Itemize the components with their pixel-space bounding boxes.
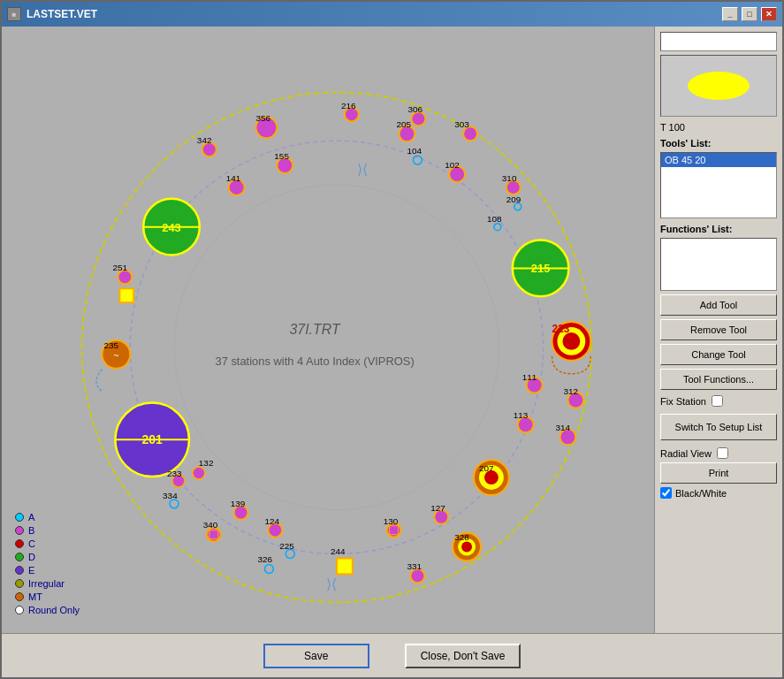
svg-text:233: 233: [167, 469, 182, 478]
svg-text:225: 225: [279, 541, 294, 551]
svg-text:303: 303: [454, 119, 469, 129]
svg-text:342: 342: [197, 135, 212, 145]
svg-text:251: 251: [112, 263, 127, 272]
legend-item-b: B: [15, 525, 80, 536]
radial-view-row: Radial View: [660, 447, 777, 459]
legend: A B C D E: [15, 512, 80, 615]
svg-rect-81: [337, 558, 353, 574]
title-bar: ■ LASTSET.VET _ □ ✕: [2, 2, 782, 27]
switch-to-setup-button[interactable]: Switch To Setup List: [660, 414, 777, 440]
svg-text:209: 209: [506, 195, 521, 204]
title-bar-buttons: _ □ ✕: [722, 7, 777, 21]
svg-text:205: 205: [397, 119, 412, 129]
functions-list[interactable]: [660, 238, 777, 291]
svg-text:102: 102: [445, 160, 460, 170]
change-tool-button[interactable]: Change Tool: [660, 344, 777, 365]
svg-rect-40: [119, 288, 133, 302]
radial-view-checkbox[interactable]: [717, 447, 728, 459]
svg-point-31: [514, 203, 521, 210]
svg-text:124: 124: [264, 516, 279, 526]
svg-text:113: 113: [514, 410, 529, 420]
svg-point-67: [170, 500, 179, 508]
search-input[interactable]: [660, 32, 777, 51]
svg-point-61: [193, 467, 205, 479]
window-title: LASTSET.VET: [27, 8, 97, 20]
bw-label: Black/White: [675, 488, 727, 499]
legend-item-c: C: [15, 538, 80, 549]
bw-checkbox[interactable]: [660, 487, 672, 499]
save-button[interactable]: Save: [263, 644, 369, 668]
svg-point-92: [461, 542, 472, 553]
svg-text:334: 334: [163, 491, 178, 500]
print-button[interactable]: Print: [660, 462, 777, 484]
svg-point-33: [494, 224, 501, 231]
svg-text:312: 312: [563, 386, 578, 396]
svg-rect-84: [390, 526, 399, 535]
svg-text:216: 216: [341, 101, 356, 111]
functions-list-label: Functions' List:: [660, 224, 777, 234]
svg-text:328: 328: [454, 532, 469, 542]
legend-item-mt: MT: [15, 591, 80, 602]
close-button[interactable]: ✕: [761, 7, 777, 21]
svg-text:310: 310: [502, 173, 517, 183]
svg-text:155: 155: [274, 151, 289, 161]
svg-text:331: 331: [407, 561, 422, 571]
svg-text:⟩⟨: ⟩⟨: [326, 576, 337, 591]
svg-text:130: 130: [384, 516, 399, 526]
svg-text:37I.TRT: 37I.TRT: [290, 322, 341, 337]
station-diagram: 37I.TRT 37 stations with 4 Auto Index (V…: [2, 27, 654, 633]
legend-item-d: D: [15, 552, 80, 562]
svg-text:223: 223: [552, 323, 570, 335]
main-canvas[interactable]: 37I.TRT 37 stations with 4 Auto Index (V…: [2, 27, 654, 633]
svg-text:127: 127: [430, 503, 445, 513]
fix-station-row: Fix Station: [660, 395, 777, 407]
bottom-bar: Save Close, Don't Save: [2, 633, 782, 677]
svg-text:244: 244: [331, 546, 346, 556]
add-tool-button[interactable]: Add Tool: [660, 294, 777, 316]
legend-item-e: E: [15, 565, 80, 576]
tools-list-item[interactable]: OB 45 20: [661, 153, 776, 167]
content-area: 37I.TRT 37 stations with 4 Auto Index (V…: [2, 27, 782, 633]
svg-text:356: 356: [255, 113, 270, 123]
svg-text:314: 314: [555, 423, 570, 432]
svg-rect-72: [209, 530, 218, 539]
tool-shape: [688, 72, 750, 100]
tool-preview: [660, 55, 777, 117]
svg-text:37 stations with 4 Auto Index : 37 stations with 4 Auto Index (VIPROS): [215, 355, 414, 368]
tool-name-label: T 100: [660, 122, 777, 133]
legend-item-round-only: Round Only: [15, 605, 80, 615]
svg-text:326: 326: [257, 554, 272, 564]
svg-point-76: [285, 550, 294, 559]
tools-list-label: Tools' List:: [660, 138, 777, 149]
radial-view-label: Radial View: [660, 448, 712, 459]
svg-text:~: ~: [113, 350, 118, 361]
svg-text:141: 141: [226, 173, 241, 183]
tools-list[interactable]: OB 45 20: [660, 152, 777, 218]
legend-item-a: A: [15, 512, 80, 523]
bw-row: Black/White: [660, 487, 777, 499]
svg-text:⟩⟨: ⟩⟨: [357, 162, 368, 177]
remove-tool-button[interactable]: Remove Tool: [660, 319, 777, 340]
close-dont-save-button[interactable]: Close, Don't Save: [405, 644, 521, 668]
svg-text:111: 111: [522, 372, 537, 382]
fix-station-label: Fix Station: [660, 396, 706, 407]
tool-functions-button[interactable]: Tool Functions...: [660, 369, 777, 390]
svg-text:108: 108: [487, 214, 502, 224]
legend-item-irregular: Irregular: [15, 578, 80, 589]
svg-text:104: 104: [407, 146, 422, 156]
svg-text:235: 235: [103, 340, 118, 350]
fix-station-checkbox[interactable]: [712, 395, 723, 407]
main-window: ■ LASTSET.VET _ □ ✕ 37I.TRT 37 stations …: [0, 0, 784, 679]
svg-point-2: [174, 185, 499, 510]
minimize-button[interactable]: _: [722, 7, 738, 21]
svg-text:139: 139: [231, 499, 246, 508]
sidebar: T 100 Tools' List: OB 45 20 Functions' L…: [654, 27, 782, 633]
svg-text:207: 207: [479, 463, 494, 473]
svg-point-0: [82, 93, 592, 603]
svg-text:340: 340: [203, 520, 218, 530]
svg-text:306: 306: [407, 104, 422, 114]
maximize-button[interactable]: □: [742, 7, 757, 21]
svg-point-78: [264, 564, 273, 573]
svg-text:132: 132: [199, 458, 214, 468]
